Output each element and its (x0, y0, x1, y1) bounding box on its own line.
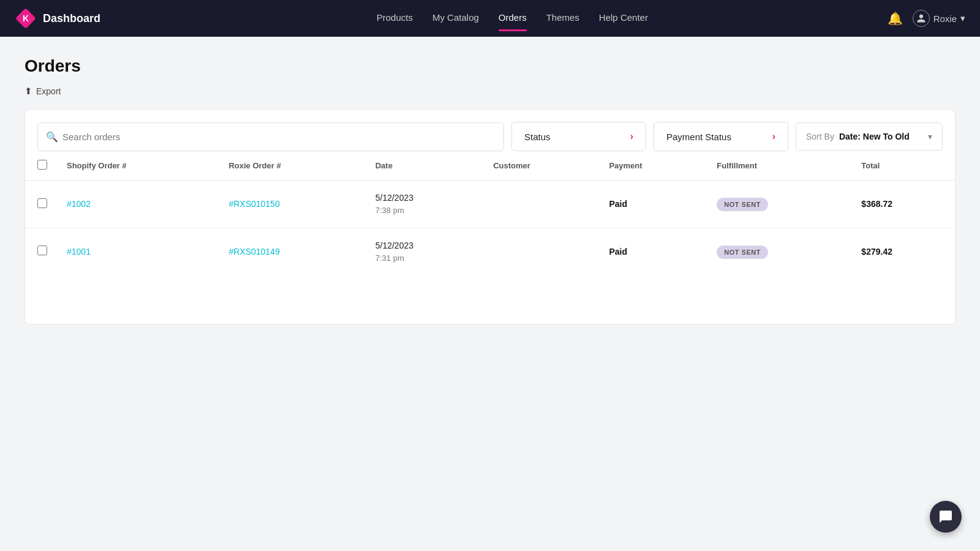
row2-shopify-order: #1001 (57, 228, 219, 275)
payment-status-filter-button[interactable]: Payment Status › (654, 122, 788, 151)
payment-status-filter-chevron-icon: › (772, 131, 775, 142)
row2-date: 5/12/2023 7:31 pm (366, 228, 483, 275)
row1-total: $368.72 (851, 181, 955, 228)
row2-payment-value: Paid (609, 247, 627, 257)
row2-checkbox[interactable] (37, 246, 47, 255)
status-filter-chevron-icon: › (630, 131, 633, 142)
row1-fulfillment: NOT SENT (707, 181, 851, 228)
header-fulfillment: Fulfillment (707, 151, 851, 181)
select-all-checkbox[interactable] (37, 160, 47, 170)
nav-my-catalog[interactable]: My Catalog (432, 12, 479, 25)
table-header: Shopify Order # Roxie Order # Date Custo… (25, 151, 955, 181)
search-input[interactable] (37, 122, 504, 151)
payment-status-filter-label: Payment Status (666, 132, 731, 142)
page-content: Orders ⬆ Export 🔍 Status › Payment Statu (0, 37, 980, 344)
status-filter-button[interactable]: Status › (511, 122, 646, 151)
row2-shopify-order-link[interactable]: #1001 (67, 247, 91, 257)
row2-date-value: 5/12/2023 (375, 239, 473, 252)
header-total: Total (851, 151, 955, 181)
orders-table-card: 🔍 Status › Payment Status › Sort By Date… (24, 109, 956, 324)
row1-customer (483, 181, 599, 228)
table-row: #1001 #RXS010149 5/12/2023 7:31 pm (25, 228, 955, 275)
table-row: #1002 #RXS010150 5/12/2023 7:38 pm (25, 181, 955, 228)
user-menu[interactable]: Roxie ▾ (913, 10, 965, 27)
sort-by-label: Sort By (806, 132, 834, 141)
filters-row: 🔍 Status › Payment Status › Sort By Date… (37, 122, 943, 151)
row1-roxie-order: #RXS010150 (219, 181, 365, 228)
table-body: #1002 #RXS010150 5/12/2023 7:38 pm (25, 181, 955, 276)
filters-section: 🔍 Status › Payment Status › Sort By Date… (25, 110, 955, 151)
row1-total-value: $368.72 (861, 199, 892, 209)
orders-table: Shopify Order # Roxie Order # Date Custo… (25, 151, 955, 275)
row1-payment-value: Paid (609, 199, 627, 209)
row2-fulfillment-badge: NOT SENT (717, 246, 768, 259)
table-empty-space (25, 275, 955, 324)
row2-fulfillment: NOT SENT (707, 228, 851, 275)
brand-logo: K (15, 7, 37, 29)
row1-checkbox[interactable] (37, 198, 47, 208)
export-button[interactable]: ⬆ Export (24, 86, 61, 97)
row1-shopify-order-link[interactable]: #1002 (67, 199, 91, 209)
row2-total: $279.42 (851, 228, 955, 275)
user-avatar-icon (913, 10, 930, 27)
nav-help-center[interactable]: Help Center (599, 12, 648, 25)
header-select (25, 151, 57, 181)
header-shopify-order: Shopify Order # (57, 151, 219, 181)
header-customer: Customer (483, 151, 599, 181)
notification-bell-icon[interactable]: 🔔 (888, 11, 903, 26)
navbar: K Dashboard Products My Catalog Orders T… (0, 0, 980, 37)
status-filter-label: Status (524, 132, 551, 142)
nav-themes[interactable]: Themes (546, 12, 579, 25)
row2-total-value: $279.42 (861, 247, 892, 257)
header-payment: Payment (599, 151, 707, 181)
orders-table-wrapper: Shopify Order # Roxie Order # Date Custo… (25, 151, 955, 275)
row1-payment: Paid (599, 181, 707, 228)
page-title: Orders (24, 56, 956, 76)
row2-roxie-order: #RXS010149 (219, 228, 365, 275)
chat-icon (938, 509, 953, 524)
sort-chevron-icon[interactable]: ▾ (928, 132, 932, 141)
brand-title: Dashboard (43, 12, 100, 25)
row1-roxie-order-link[interactable]: #RXS010150 (228, 199, 279, 209)
user-name: Roxie (933, 13, 957, 24)
search-icon: 🔍 (46, 131, 58, 143)
row1-date-value: 5/12/2023 (375, 192, 473, 204)
row2-time-value: 7:31 pm (375, 252, 473, 264)
sort-value: Date: New To Old (839, 132, 910, 141)
row2-customer (483, 228, 599, 275)
sort-container: Sort By Date: New To Old ▾ (796, 122, 943, 151)
export-icon: ⬆ (24, 86, 32, 97)
row1-fulfillment-badge: NOT SENT (717, 198, 768, 211)
header-date: Date (366, 151, 483, 181)
header-roxie-order: Roxie Order # (219, 151, 365, 181)
row1-date: 5/12/2023 7:38 pm (366, 181, 483, 228)
navbar-links: Products My Catalog Orders Themes Help C… (137, 12, 888, 25)
row1-time-value: 7:38 pm (375, 204, 473, 217)
svg-text:K: K (23, 13, 29, 23)
row1-select-cell (25, 181, 57, 228)
export-label: Export (36, 86, 61, 96)
row2-select-cell (25, 228, 57, 275)
navbar-right: 🔔 Roxie ▾ (888, 10, 965, 27)
nav-products[interactable]: Products (377, 12, 413, 25)
brand[interactable]: K Dashboard (15, 7, 100, 29)
chat-bubble-button[interactable] (930, 501, 962, 533)
row2-roxie-order-link[interactable]: #RXS010149 (228, 247, 279, 257)
user-menu-chevron-icon: ▾ (960, 13, 965, 24)
search-container: 🔍 (37, 122, 504, 151)
row2-payment: Paid (599, 228, 707, 275)
nav-orders[interactable]: Orders (499, 12, 527, 25)
row1-shopify-order: #1002 (57, 181, 219, 228)
